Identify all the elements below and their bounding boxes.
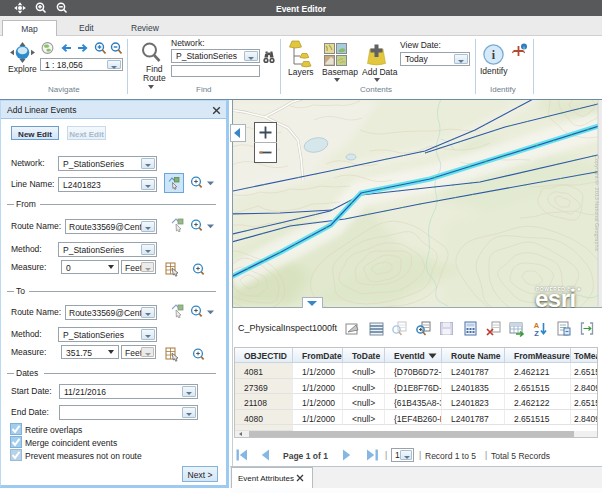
svg-text:Z: Z bbox=[534, 329, 539, 338]
